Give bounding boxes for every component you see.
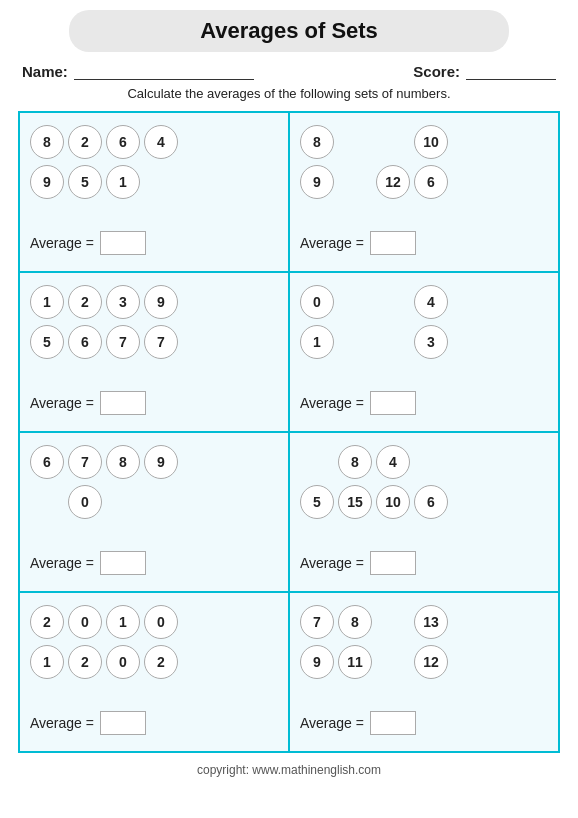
page-title: Averages of Sets xyxy=(89,18,489,44)
problem-cell-3: 0413Average = xyxy=(290,273,560,433)
score-field[interactable] xyxy=(466,62,556,80)
num-row-5-0: 84 xyxy=(300,445,548,479)
num-circle: 6 xyxy=(414,165,448,199)
problem-cell-0: 8264951Average = xyxy=(20,113,290,273)
num-circle: 13 xyxy=(414,605,448,639)
num-circle: 8 xyxy=(338,445,372,479)
average-row-4: Average = xyxy=(30,551,278,575)
average-row-7: Average = xyxy=(300,711,548,735)
spacer xyxy=(30,485,64,519)
num-circle: 5 xyxy=(68,165,102,199)
num-row-6-0: 2010 xyxy=(30,605,278,639)
num-circle: 1 xyxy=(106,165,140,199)
num-circle: 12 xyxy=(414,645,448,679)
problem-cell-1: 8109126Average = xyxy=(290,113,560,273)
num-row-3-1: 13 xyxy=(300,325,548,359)
average-label: Average = xyxy=(30,555,94,571)
num-circle: 1 xyxy=(30,285,64,319)
num-row-2-0: 1239 xyxy=(30,285,278,319)
problem-cell-5: 84515106Average = xyxy=(290,433,560,593)
average-answer-box[interactable] xyxy=(100,231,146,255)
num-row-0-0: 8264 xyxy=(30,125,278,159)
average-row-5: Average = xyxy=(300,551,548,575)
num-circle: 15 xyxy=(338,485,372,519)
num-circle: 2 xyxy=(30,605,64,639)
title-box: Averages of Sets xyxy=(69,10,509,52)
page: Averages of Sets Name: Score: Calculate … xyxy=(0,0,578,818)
average-answer-box[interactable] xyxy=(100,711,146,735)
num-row-0-1: 951 xyxy=(30,165,278,199)
num-circle: 10 xyxy=(414,125,448,159)
num-row-1-0: 810 xyxy=(300,125,548,159)
numbers-area-2: 12395677 xyxy=(30,285,278,385)
average-answer-box[interactable] xyxy=(370,391,416,415)
num-circle: 0 xyxy=(144,605,178,639)
num-row-6-1: 1202 xyxy=(30,645,278,679)
numbers-area-3: 0413 xyxy=(300,285,548,385)
spacer xyxy=(338,325,372,359)
spacer xyxy=(376,605,410,639)
numbers-area-5: 84515106 xyxy=(300,445,548,545)
spacer xyxy=(376,325,410,359)
spacer xyxy=(414,445,448,479)
average-answer-box[interactable] xyxy=(370,711,416,735)
name-field[interactable] xyxy=(74,62,254,80)
average-label: Average = xyxy=(300,555,364,571)
problem-cell-6: 20101202Average = xyxy=(20,593,290,753)
num-row-4-1: 0 xyxy=(30,485,278,519)
num-circle: 1 xyxy=(30,645,64,679)
num-circle: 6 xyxy=(414,485,448,519)
num-circle: 0 xyxy=(68,485,102,519)
num-circle: 8 xyxy=(300,125,334,159)
numbers-area-6: 20101202 xyxy=(30,605,278,705)
num-row-1-1: 9126 xyxy=(300,165,548,199)
num-row-7-0: 7813 xyxy=(300,605,548,639)
average-label: Average = xyxy=(300,235,364,251)
problem-cell-2: 12395677Average = xyxy=(20,273,290,433)
average-answer-box[interactable] xyxy=(100,391,146,415)
num-circle: 9 xyxy=(300,165,334,199)
average-label: Average = xyxy=(300,715,364,731)
num-row-4-0: 6789 xyxy=(30,445,278,479)
num-circle: 2 xyxy=(68,285,102,319)
num-circle: 8 xyxy=(30,125,64,159)
spacer xyxy=(376,125,410,159)
spacer xyxy=(376,285,410,319)
average-row-3: Average = xyxy=(300,391,548,415)
spacer xyxy=(338,285,372,319)
problem-cell-4: 67890Average = xyxy=(20,433,290,593)
num-circle: 4 xyxy=(144,125,178,159)
num-circle: 6 xyxy=(106,125,140,159)
num-circle: 5 xyxy=(300,485,334,519)
num-circle: 0 xyxy=(300,285,334,319)
num-circle: 8 xyxy=(338,605,372,639)
num-circle: 1 xyxy=(106,605,140,639)
average-answer-box[interactable] xyxy=(100,551,146,575)
num-circle: 0 xyxy=(106,645,140,679)
name-score-row: Name: Score: xyxy=(18,62,560,80)
average-answer-box[interactable] xyxy=(370,551,416,575)
num-circle: 12 xyxy=(376,165,410,199)
score-section: Score: xyxy=(413,62,556,80)
num-circle: 7 xyxy=(144,325,178,359)
num-row-3-0: 04 xyxy=(300,285,548,319)
spacer xyxy=(300,445,334,479)
num-circle: 3 xyxy=(106,285,140,319)
num-circle: 10 xyxy=(376,485,410,519)
numbers-area-4: 67890 xyxy=(30,445,278,545)
problems-grid: 8264951Average =8109126Average =12395677… xyxy=(18,111,560,753)
num-circle: 4 xyxy=(414,285,448,319)
num-row-7-1: 91112 xyxy=(300,645,548,679)
average-label: Average = xyxy=(300,395,364,411)
average-row-0: Average = xyxy=(30,231,278,255)
num-circle: 7 xyxy=(68,445,102,479)
spacer xyxy=(338,125,372,159)
name-label: Name: xyxy=(22,63,68,80)
average-answer-box[interactable] xyxy=(370,231,416,255)
average-label: Average = xyxy=(30,395,94,411)
average-label: Average = xyxy=(30,715,94,731)
numbers-area-1: 8109126 xyxy=(300,125,548,225)
num-circle: 3 xyxy=(414,325,448,359)
num-circle: 6 xyxy=(30,445,64,479)
instructions: Calculate the averages of the following … xyxy=(18,86,560,101)
